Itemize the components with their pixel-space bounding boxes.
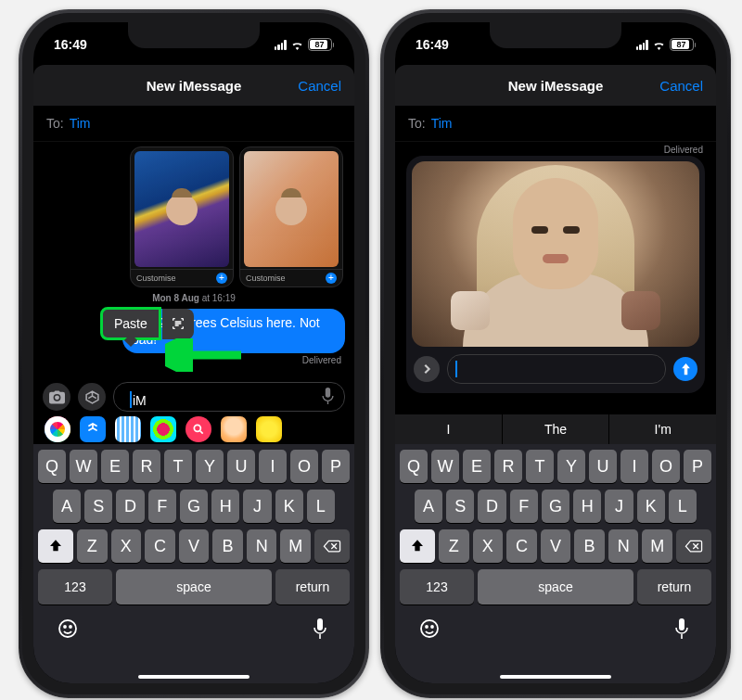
key-r[interactable]: R	[494, 450, 522, 483]
key-r[interactable]: R	[133, 450, 160, 483]
key-g[interactable]: G	[542, 490, 569, 523]
apps-button[interactable]	[78, 383, 106, 411]
thumbnail[interactable]: Customise+	[239, 146, 343, 287]
photos-app-icon[interactable]	[45, 416, 70, 442]
key-o[interactable]: O	[290, 450, 318, 483]
key-i[interactable]: I	[259, 450, 287, 483]
key-h[interactable]: H	[573, 490, 601, 523]
key-z[interactable]: Z	[77, 529, 108, 563]
key-q[interactable]: Q	[38, 450, 66, 483]
cancel-button[interactable]: Cancel	[298, 78, 341, 94]
audio-app-icon[interactable]	[115, 416, 141, 442]
paste-button[interactable]: Paste	[100, 307, 161, 340]
key-b[interactable]: B	[574, 529, 605, 563]
cancel-button[interactable]: Cancel	[659, 78, 703, 94]
key-z[interactable]: Z	[439, 529, 469, 563]
key-t[interactable]: T	[526, 450, 554, 483]
key-n[interactable]: N	[247, 529, 277, 563]
pasted-image[interactable]	[412, 161, 699, 347]
numbers-key[interactable]: 123	[38, 569, 112, 605]
key-l[interactable]: L	[669, 490, 697, 523]
key-x[interactable]: X	[111, 529, 142, 563]
key-y[interactable]: Y	[196, 450, 224, 483]
find-app-icon[interactable]	[186, 416, 211, 442]
key-v[interactable]: V	[541, 529, 571, 563]
suggestion[interactable]: I'm	[609, 414, 716, 444]
emoji-icon[interactable]	[57, 617, 79, 640]
key-m[interactable]: M	[280, 529, 311, 563]
key-w[interactable]: W	[70, 450, 97, 483]
mic-icon[interactable]	[671, 617, 693, 640]
to-field[interactable]: To: Tim	[395, 106, 716, 142]
return-key[interactable]: return	[637, 569, 711, 605]
key-f[interactable]: F	[510, 490, 538, 523]
suggestion[interactable]: I	[395, 414, 503, 444]
key-m[interactable]: M	[642, 529, 672, 563]
memoji2-app-icon[interactable]	[256, 416, 282, 442]
app-tray[interactable]	[33, 414, 354, 444]
key-i[interactable]: I	[620, 450, 648, 483]
message-input[interactable]	[447, 354, 666, 384]
space-key[interactable]: space	[116, 569, 272, 605]
key-e[interactable]: E	[101, 450, 129, 483]
key-y[interactable]: Y	[557, 450, 585, 483]
space-key[interactable]: space	[478, 569, 633, 605]
home-indicator[interactable]	[138, 675, 249, 679]
key-c[interactable]: C	[145, 529, 175, 563]
key-q[interactable]: Q	[400, 450, 428, 483]
appstore-app-icon[interactable]	[80, 416, 106, 442]
keyboard[interactable]: QWERTYUIOP ASDFGHJKL ZXCVBNM 123 space r…	[395, 444, 716, 683]
key-s[interactable]: S	[446, 490, 474, 523]
key-s[interactable]: S	[84, 490, 112, 523]
key-f[interactable]: F	[148, 490, 176, 523]
keyboard-footer	[398, 611, 713, 644]
key-j[interactable]: J	[243, 490, 271, 523]
key-k[interactable]: K	[275, 490, 303, 523]
camera-button[interactable]	[43, 383, 70, 411]
add-icon[interactable]: +	[326, 273, 337, 284]
shift-key[interactable]	[38, 529, 73, 563]
key-k[interactable]: K	[637, 490, 665, 523]
suggestion[interactable]: The	[503, 414, 610, 444]
key-g[interactable]: G	[180, 490, 208, 523]
key-a[interactable]: A	[53, 490, 81, 523]
delete-key[interactable]	[676, 529, 711, 563]
key-o[interactable]: O	[652, 450, 680, 483]
fitness-app-icon[interactable]	[150, 416, 176, 442]
delete-key[interactable]	[314, 529, 350, 563]
key-b[interactable]: B	[212, 529, 243, 563]
emoji-icon[interactable]	[418, 617, 441, 640]
send-button[interactable]	[673, 357, 697, 381]
memoji-app-icon[interactable]	[221, 416, 247, 442]
to-field[interactable]: To: Tim	[33, 106, 354, 142]
key-x[interactable]: X	[473, 529, 504, 563]
key-d[interactable]: D	[116, 490, 144, 523]
key-c[interactable]: C	[506, 529, 537, 563]
numbers-key[interactable]: 123	[400, 569, 474, 605]
return-key[interactable]: return	[275, 569, 350, 605]
key-t[interactable]: T	[164, 450, 192, 483]
key-v[interactable]: V	[179, 529, 210, 563]
key-p[interactable]: P	[684, 450, 711, 483]
dictate-icon[interactable]	[321, 388, 335, 407]
key-a[interactable]: A	[415, 490, 442, 523]
home-indicator[interactable]	[500, 675, 611, 679]
key-u[interactable]: U	[589, 450, 617, 483]
shift-key[interactable]	[400, 529, 435, 563]
thumbnail[interactable]: Customise+	[130, 146, 234, 287]
add-icon[interactable]: +	[216, 273, 227, 284]
key-d[interactable]: D	[478, 490, 505, 523]
key-n[interactable]: N	[608, 529, 639, 563]
collapse-apps-button[interactable]	[414, 356, 440, 382]
key-p[interactable]: P	[322, 450, 350, 483]
mic-icon[interactable]	[309, 617, 331, 640]
key-j[interactable]: J	[605, 490, 633, 523]
scan-text-button[interactable]	[162, 309, 194, 339]
key-h[interactable]: H	[211, 490, 239, 523]
key-l[interactable]: L	[307, 490, 335, 523]
keyboard[interactable]: QWERTYUIOP ASDFGHJKL ZXCVBNM 123 space r…	[33, 444, 354, 683]
key-u[interactable]: U	[227, 450, 255, 483]
key-e[interactable]: E	[463, 450, 491, 483]
key-w[interactable]: W	[431, 450, 459, 483]
message-input[interactable]: iM	[113, 382, 345, 412]
